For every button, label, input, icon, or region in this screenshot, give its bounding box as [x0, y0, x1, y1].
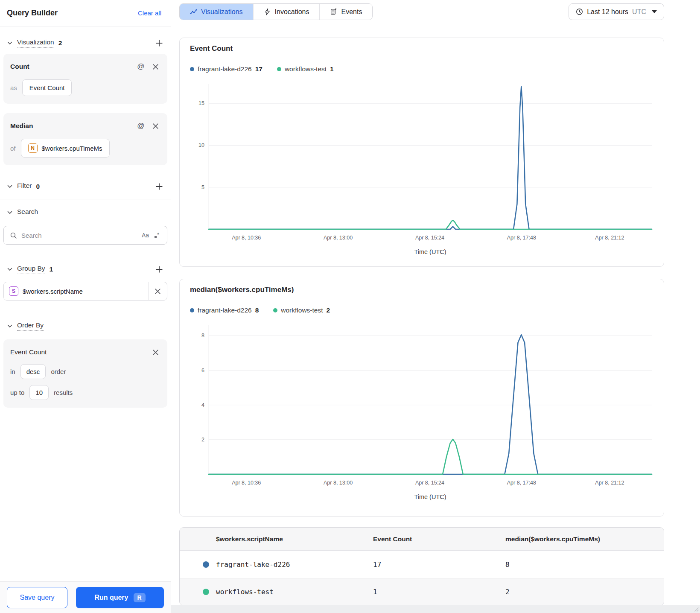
- results-table: $workers.scriptName Event Count median($…: [179, 527, 664, 606]
- field-value-button[interactable]: N $workers.cpuTimeMs: [21, 139, 110, 158]
- svg-text:Apr 8, 13:00: Apr 8, 13:00: [324, 480, 353, 486]
- order-by-card: Event Count in desc order up to 10 resul…: [3, 339, 167, 408]
- of-label: of: [10, 145, 16, 152]
- group-by-label: Group By: [17, 265, 45, 274]
- add-visualization-button[interactable]: [155, 38, 164, 48]
- series-color-dot: [190, 308, 194, 312]
- cell-script-name: fragrant-lake-d226: [216, 560, 373, 569]
- plus-icon: [155, 183, 163, 190]
- legend-item[interactable]: workflows-test 2: [273, 306, 330, 314]
- sidebar-footer: Save query Run query R: [0, 581, 171, 613]
- app-root: Query Builder Clear all Visualization 2 …: [0, 0, 700, 613]
- as-label: as: [10, 84, 17, 91]
- topbar: Visualizations Invocations Events Last 1…: [179, 3, 664, 20]
- median-cpu-line-chart[interactable]: 2468Apr 8, 10:36Apr 8, 13:00Apr 8, 15:24…: [190, 322, 653, 504]
- chart-title: median($workers.cpuTimeMs): [190, 285, 653, 295]
- mention-button[interactable]: @: [136, 61, 146, 72]
- add-filter-button[interactable]: [155, 182, 164, 191]
- field-name: $workers.cpuTimeMs: [42, 145, 102, 152]
- close-icon: [152, 349, 159, 356]
- tab-visualizations[interactable]: Visualizations: [180, 4, 254, 20]
- series-color-dot: [203, 561, 209, 568]
- remove-visualization-button[interactable]: [150, 121, 160, 131]
- match-case-button[interactable]: Aa: [142, 232, 149, 239]
- series-name: fragrant-lake-d226: [198, 306, 252, 314]
- visualization-label: Visualization: [17, 38, 54, 48]
- filter-count: 0: [36, 183, 40, 190]
- tab-invocations[interactable]: Invocations: [254, 4, 320, 20]
- query-builder-sidebar: Query Builder Clear all Visualization 2 …: [0, 0, 171, 613]
- cell-script-name: workflows-test: [216, 588, 373, 596]
- limit-button[interactable]: 10: [29, 385, 49, 400]
- chart-title: Event Count: [190, 44, 653, 53]
- tab-events[interactable]: Events: [320, 4, 372, 20]
- svg-text:Apr 8, 17:48: Apr 8, 17:48: [507, 235, 536, 241]
- svg-text:8: 8: [201, 333, 204, 339]
- remove-group-by-button[interactable]: [148, 282, 167, 300]
- chevron-down-icon[interactable]: [7, 210, 13, 216]
- lightning-bolt-icon: [264, 8, 271, 15]
- clear-all-button[interactable]: Clear all: [138, 9, 161, 17]
- filter-section: Filter 0: [0, 174, 171, 199]
- clock-icon: [576, 8, 583, 15]
- main-panel: Visualizations Invocations Events Last 1…: [171, 0, 700, 613]
- direction-button[interactable]: desc: [20, 364, 46, 379]
- time-range-selector[interactable]: Last 12 hours UTC: [569, 3, 664, 20]
- page-title: Query Builder: [7, 9, 58, 18]
- median-cpu-chart-card: median($workers.cpuTimeMs) fragrant-lake…: [179, 279, 664, 517]
- run-shortcut-badge: R: [134, 593, 146, 602]
- tab-label: Events: [341, 8, 362, 16]
- visualization-card-median: Median @ of N $workers.cpuTimeMs: [3, 113, 167, 165]
- order-by-section: Order By Event Count in desc order up to…: [0, 311, 171, 408]
- series-name: workflows-test: [285, 65, 327, 73]
- in-label: in: [10, 368, 15, 375]
- table-row[interactable]: fragrant-lake-d226 17 8: [180, 551, 664, 578]
- search-input[interactable]: [21, 232, 137, 239]
- event-list-icon: [330, 8, 337, 15]
- chevron-down-icon[interactable]: [7, 40, 13, 46]
- trend-chart-icon: [190, 8, 197, 15]
- search-icon: [10, 232, 17, 239]
- legend-item[interactable]: fragrant-lake-d226 8: [190, 306, 259, 314]
- table-header-row: $workers.scriptName Event Count median($…: [180, 528, 664, 551]
- chevron-down-icon[interactable]: [7, 323, 13, 329]
- event-count-chart-card: Event Count fragrant-lake-d226 17 workfl…: [179, 38, 664, 267]
- legend-item[interactable]: workflows-test 1: [277, 65, 334, 73]
- svg-text:Apr 8, 10:36: Apr 8, 10:36: [232, 235, 261, 241]
- table-row[interactable]: workflows-test 1 2: [180, 578, 664, 605]
- results-label: results: [54, 389, 73, 396]
- aggregation-name: Median: [10, 122, 33, 130]
- plus-icon: [155, 39, 163, 47]
- save-query-button[interactable]: Save query: [7, 587, 67, 608]
- remove-visualization-button[interactable]: [150, 61, 160, 72]
- group-by-section: Group By 1 S $workers.scriptName: [0, 255, 171, 311]
- series-color-dot: [273, 308, 277, 312]
- search-label: Search: [17, 208, 38, 217]
- caret-down-icon: [652, 10, 657, 13]
- number-type-icon: N: [28, 143, 38, 153]
- remove-order-by-button[interactable]: [150, 347, 160, 357]
- chevron-down-icon[interactable]: [7, 184, 13, 190]
- tab-label: Visualizations: [201, 8, 243, 16]
- event-count-line-chart[interactable]: 51015Apr 8, 10:36Apr 8, 13:00Apr 8, 15:2…: [190, 81, 653, 259]
- chevron-down-icon[interactable]: [7, 266, 13, 272]
- order-label: order: [51, 368, 66, 375]
- regex-icon: *: [153, 231, 161, 239]
- svg-text:Apr 8, 15:24: Apr 8, 15:24: [415, 235, 444, 241]
- add-group-by-button[interactable]: [155, 265, 164, 274]
- svg-text:Time (UTC): Time (UTC): [414, 493, 446, 500]
- group-by-item[interactable]: S $workers.scriptName: [3, 282, 167, 301]
- alias-value-button[interactable]: Event Count: [22, 79, 72, 96]
- cell-median-cpu: 2: [505, 588, 664, 596]
- window-resize-corner-icon: [693, 606, 699, 612]
- svg-text:10: 10: [198, 142, 204, 148]
- regex-button[interactable]: *: [153, 231, 161, 239]
- chart-legend: fragrant-lake-d226 17 workflows-test 1: [190, 65, 653, 73]
- run-query-button[interactable]: Run query R: [76, 587, 164, 608]
- tab-label: Invocations: [275, 8, 309, 16]
- filter-label: Filter: [17, 182, 32, 191]
- string-type-icon: S: [9, 286, 18, 296]
- mention-button[interactable]: @: [136, 121, 146, 131]
- legend-item[interactable]: fragrant-lake-d226 17: [190, 65, 262, 73]
- column-script-name: $workers.scriptName: [216, 535, 373, 543]
